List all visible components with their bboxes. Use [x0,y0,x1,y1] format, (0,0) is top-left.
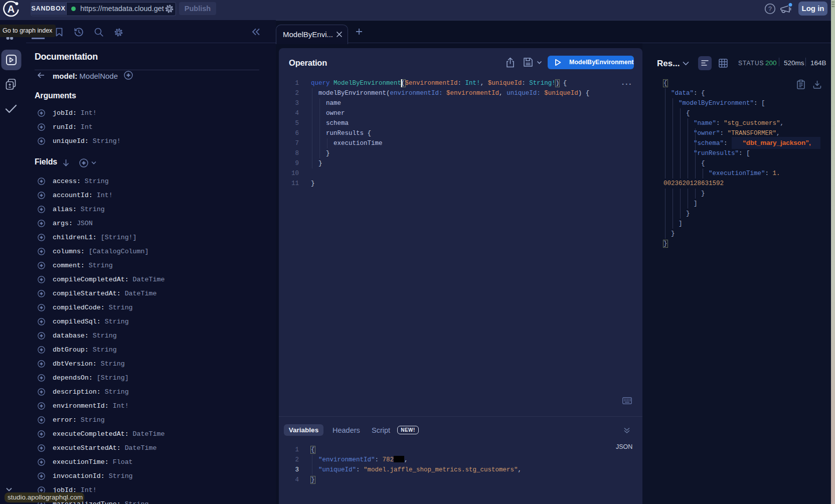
svg-text:?: ? [768,6,772,13]
svg-text:A: A [8,4,15,15]
